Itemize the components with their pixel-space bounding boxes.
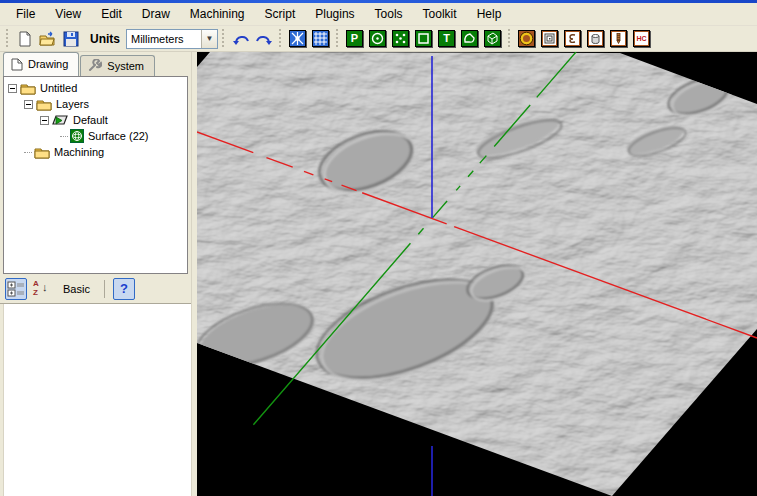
draw-circle-button[interactable] bbox=[367, 28, 388, 49]
combobox-arrow-icon[interactable]: ▼ bbox=[201, 30, 217, 48]
tree-item-label: Untitled bbox=[40, 82, 77, 94]
save-button[interactable] bbox=[60, 28, 81, 49]
categorized-icon bbox=[7, 280, 25, 298]
undo-button[interactable] bbox=[230, 28, 251, 49]
rectangle-icon bbox=[415, 30, 432, 47]
draw-curve-button[interactable] bbox=[459, 28, 480, 49]
redo-icon bbox=[255, 32, 273, 46]
draw-points-button[interactable] bbox=[390, 28, 411, 49]
solid-box-icon bbox=[484, 30, 501, 47]
draw-polyline-button[interactable]: P bbox=[344, 28, 365, 49]
tree-expander-icon[interactable] bbox=[40, 116, 49, 125]
scene-tree: Untitled Layers bbox=[3, 76, 188, 274]
sort-alphabetical-button[interactable]: AZ↓ bbox=[31, 278, 53, 300]
sort-az-icon: AZ↓ bbox=[33, 280, 51, 298]
folder-icon bbox=[20, 82, 36, 95]
help-button[interactable]: ? bbox=[113, 278, 135, 300]
draw-text-button[interactable]: T bbox=[436, 28, 457, 49]
menu-item-view[interactable]: View bbox=[45, 4, 91, 24]
units-combobox[interactable]: Millimeters ▼ bbox=[126, 29, 218, 49]
tree-item-label: Surface (22) bbox=[88, 130, 149, 142]
wrench-icon bbox=[88, 59, 102, 72]
axes-point-icon bbox=[289, 30, 306, 47]
machining-ring-button[interactable] bbox=[516, 28, 537, 49]
tree-item-default-layer[interactable]: Default bbox=[4, 112, 187, 128]
machining-engrave-button[interactable] bbox=[562, 28, 583, 49]
menu-item-tools[interactable]: Tools bbox=[365, 4, 413, 24]
property-grid-area[interactable] bbox=[3, 304, 191, 496]
new-document-button[interactable] bbox=[14, 28, 35, 49]
tab-drawing[interactable]: Drawing bbox=[3, 52, 79, 76]
undo-icon bbox=[232, 32, 250, 46]
folder-icon bbox=[36, 98, 52, 111]
tree-item-untitled[interactable]: Untitled bbox=[4, 80, 187, 96]
tab-system-label: System bbox=[107, 60, 144, 72]
draw-solid-button[interactable] bbox=[482, 28, 503, 49]
question-mark-icon: ? bbox=[120, 281, 128, 296]
tree-expander-icon[interactable] bbox=[24, 100, 33, 109]
heightmap-icon: HC bbox=[633, 30, 650, 47]
tree-expander-icon[interactable] bbox=[8, 84, 17, 93]
drill-bit-icon bbox=[610, 30, 627, 47]
points-icon bbox=[392, 30, 409, 47]
tree-item-layers[interactable]: Layers bbox=[4, 96, 187, 112]
tree-item-label: Default bbox=[73, 114, 108, 126]
main-toolbar: Units Millimeters ▼ bbox=[0, 26, 757, 52]
menu-item-help[interactable]: Help bbox=[467, 4, 512, 24]
machining-spiral-pocket-button[interactable] bbox=[539, 28, 560, 49]
machining-drill-button[interactable] bbox=[608, 28, 629, 49]
spiral-pocket-icon bbox=[541, 30, 558, 47]
menu-item-plugins[interactable]: Plugins bbox=[305, 4, 364, 24]
toolbar-grip[interactable] bbox=[278, 29, 283, 49]
toolpath-ring-icon bbox=[518, 30, 535, 47]
redo-button[interactable] bbox=[253, 28, 274, 49]
axes-point-snap-button[interactable] bbox=[287, 28, 308, 49]
tree-item-surface[interactable]: Surface (22) bbox=[4, 128, 187, 144]
new-document-icon bbox=[17, 31, 33, 47]
menu-item-edit[interactable]: Edit bbox=[91, 4, 132, 24]
property-grid-toolbar: AZ↓ Basic ? bbox=[0, 274, 191, 304]
open-folder-icon bbox=[39, 31, 56, 47]
viewport-3d[interactable] bbox=[197, 52, 757, 496]
tab-system[interactable]: System bbox=[80, 55, 155, 76]
menu-item-draw[interactable]: Draw bbox=[132, 4, 180, 24]
menu-item-toolkit[interactable]: Toolkit bbox=[413, 4, 467, 24]
terrain-render bbox=[197, 52, 757, 496]
tree-connector bbox=[24, 152, 32, 153]
menu-item-machining[interactable]: Machining bbox=[180, 4, 255, 24]
polyline-icon: P bbox=[346, 30, 363, 47]
grid-toggle-button[interactable] bbox=[310, 28, 331, 49]
draw-rectangle-button[interactable] bbox=[413, 28, 434, 49]
machining-heightmap-button[interactable]: HC bbox=[631, 28, 652, 49]
text-icon: T bbox=[438, 30, 455, 47]
circle-icon bbox=[369, 30, 386, 47]
categorized-view-button[interactable] bbox=[5, 278, 27, 300]
drawing-page-icon bbox=[11, 58, 23, 71]
folder-icon bbox=[34, 146, 50, 159]
menu-item-file[interactable]: File bbox=[6, 4, 45, 24]
panel-tabs: Drawing System bbox=[0, 52, 191, 76]
menu-bar: File View Edit Draw Machining Script Plu… bbox=[0, 3, 757, 26]
tab-drawing-label: Drawing bbox=[28, 58, 68, 70]
cylinder-icon bbox=[587, 30, 604, 47]
toolbar-grip[interactable] bbox=[5, 29, 10, 49]
units-combobox-value: Millimeters bbox=[127, 30, 201, 48]
open-file-button[interactable] bbox=[37, 28, 58, 49]
layer-icon bbox=[52, 114, 69, 126]
toolbar-grip[interactable] bbox=[221, 29, 226, 49]
surface-cube-icon bbox=[70, 129, 84, 143]
tree-item-machining[interactable]: Machining bbox=[4, 144, 187, 160]
application-window: File View Edit Draw Machining Script Plu… bbox=[0, 0, 757, 496]
save-floppy-icon bbox=[63, 31, 79, 47]
machining-cylinder-button[interactable] bbox=[585, 28, 606, 49]
view-mode-label: Basic bbox=[63, 283, 90, 295]
menu-item-script[interactable]: Script bbox=[255, 4, 306, 24]
engrave-icon bbox=[564, 30, 581, 47]
tree-connector bbox=[60, 136, 68, 137]
toolbar-grip[interactable] bbox=[335, 29, 340, 49]
toolbar-grip[interactable] bbox=[507, 29, 512, 49]
grid-icon bbox=[312, 30, 329, 47]
tree-item-label: Machining bbox=[54, 146, 104, 158]
units-label: Units bbox=[90, 32, 120, 46]
curve-icon bbox=[461, 30, 478, 47]
